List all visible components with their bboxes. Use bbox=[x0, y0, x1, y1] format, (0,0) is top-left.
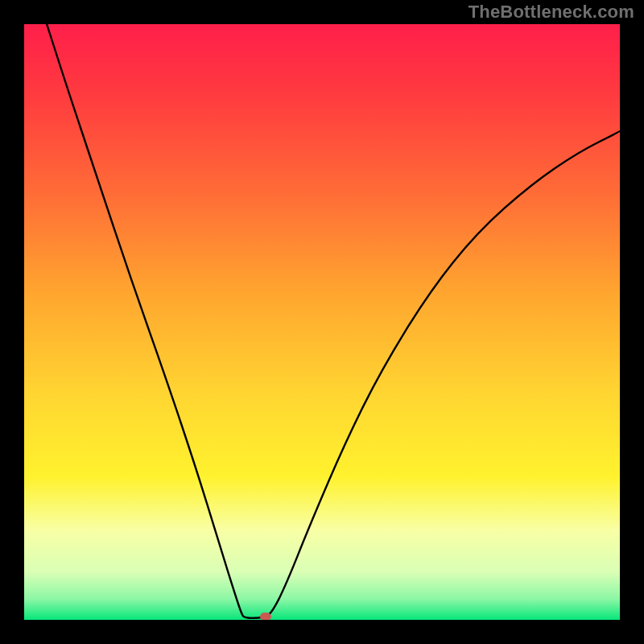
bottleneck-curve bbox=[24, 24, 620, 620]
watermark-text: TheBottleneck.com bbox=[469, 2, 634, 23]
chart-frame: TheBottleneck.com bbox=[0, 0, 644, 644]
plot-area bbox=[24, 24, 620, 620]
optimal-point-marker bbox=[260, 613, 271, 620]
